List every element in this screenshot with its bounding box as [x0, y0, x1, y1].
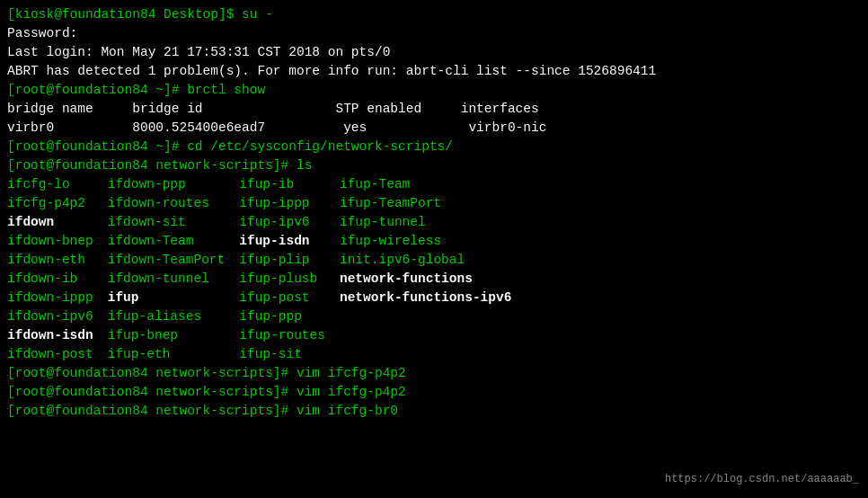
line-5: [root@foundation84 ~]# brctl show: [7, 81, 861, 100]
ls-row-3: ifdown ifdown-sit ifup-ipv6 ifup-tunnel: [7, 213, 526, 232]
ls-cell: ifdown: [7, 213, 108, 232]
ls-row-9: ifdown-isdn ifup-bnep ifup-routes: [7, 326, 526, 345]
ls-cell: ifup-plusb: [239, 270, 340, 289]
ls-cell: ifup-plip: [239, 251, 340, 270]
ls-cell: ifdown-tunnel: [108, 270, 240, 289]
ls-cell: ifup: [108, 289, 240, 307]
ls-cell: ifup-aliases: [108, 307, 240, 326]
ls-cell: ifdown-TeamPort: [108, 251, 240, 270]
ls-cell: init.ipv6-global: [340, 251, 526, 270]
ls-cell: ifdown-ipv6: [7, 307, 108, 326]
ls-row-6: ifdown-ib ifdown-tunnel ifup-plusb netwo…: [7, 270, 526, 289]
ls-row-1: ifcfg-lo ifdown-ppp ifup-ib ifup-Team: [7, 175, 526, 194]
ls-cell: ifdown-ib: [7, 270, 108, 289]
ls-cell: ifup-bnep: [108, 326, 240, 345]
ls-cell: ifup-tunnel: [340, 213, 526, 232]
watermark: https://blog.csdn.net/aaaaaab_: [665, 472, 859, 487]
ls-cell: ifup-post: [239, 289, 340, 307]
line-4: ABRT has detected 1 problem(s). For more…: [7, 62, 861, 81]
ls-cell: ifup-ippp: [239, 194, 340, 213]
ls-cell: ifdown-ippp: [7, 289, 108, 307]
ls-cell: ifdown-eth: [7, 251, 108, 270]
ls-cell: ifcfg-lo: [7, 175, 108, 194]
ls-cell: ifdown-isdn: [7, 326, 108, 345]
ls-cell: ifdown-post: [7, 345, 108, 364]
ls-cell: ifdown-bnep: [7, 232, 108, 251]
ls-row-5: ifdown-eth ifdown-TeamPort ifup-plip ini…: [7, 251, 526, 270]
line-brctl-data: virbr0 8000.525400e6ead7 yes virbr0-nic: [7, 119, 861, 138]
ls-cell: ifdown-Team: [108, 232, 240, 251]
line-ls: [root@foundation84 network-scripts]# ls: [7, 156, 861, 175]
line-vim-2: [root@foundation84 network-scripts]# vim…: [7, 383, 861, 402]
ls-cell: ifdown-ppp: [108, 175, 240, 194]
line-vim-1: [root@foundation84 network-scripts]# vim…: [7, 364, 861, 383]
ls-cell: network-functions-ipv6: [340, 289, 526, 307]
ls-cell: ifup-routes: [239, 326, 340, 345]
ls-row-4: ifdown-bnep ifdown-Team ifup-isdn ifup-w…: [7, 232, 526, 251]
ls-cell: ifup-ipv6: [239, 213, 340, 232]
ls-row-10: ifdown-post ifup-eth ifup-sit: [7, 345, 526, 364]
ls-cell: ifup-ib: [239, 175, 340, 194]
ls-cell: ifdown-routes: [108, 194, 240, 213]
ls-output: ifcfg-lo ifdown-ppp ifup-ib ifup-Team if…: [7, 175, 526, 364]
ls-cell: ifcfg-p4p2: [7, 194, 108, 213]
line-3: Last login: Mon May 21 17:53:31 CST 2018…: [7, 43, 861, 62]
ls-row-2: ifcfg-p4p2 ifdown-routes ifup-ippp ifup-…: [7, 194, 526, 213]
ls-cell: [340, 307, 526, 326]
line-2: Password:: [7, 24, 861, 43]
line-brctl-header: bridge name bridge id STP enabled interf…: [7, 100, 861, 119]
ls-cell: ifup-sit: [239, 345, 340, 364]
ls-cell: ifup-eth: [108, 345, 240, 364]
ls-row-7: ifdown-ippp ifup ifup-post network-funct…: [7, 289, 526, 307]
ls-cell: ifup-isdn: [239, 232, 340, 251]
ls-cell: network-functions: [340, 270, 526, 289]
line-cd: [root@foundation84 ~]# cd /etc/sysconfig…: [7, 138, 861, 156]
ls-row-8: ifdown-ipv6 ifup-aliases ifup-ppp: [7, 307, 526, 326]
ls-cell: ifup-ppp: [239, 307, 340, 326]
ls-cell: ifdown-sit: [108, 213, 240, 232]
ls-cell: [340, 345, 526, 364]
ls-cell: ifup-Team: [340, 175, 526, 194]
terminal: [kiosk@foundation84 Desktop]$ su - Passw…: [7, 5, 861, 493]
ls-cell: ifup-TeamPort: [340, 194, 526, 213]
line-vim-3: [root@foundation84 network-scripts]# vim…: [7, 402, 861, 421]
ls-cell: ifup-wireless: [340, 232, 526, 251]
ls-cell: [340, 326, 526, 345]
line-1: [kiosk@foundation84 Desktop]$ su -: [7, 5, 861, 24]
